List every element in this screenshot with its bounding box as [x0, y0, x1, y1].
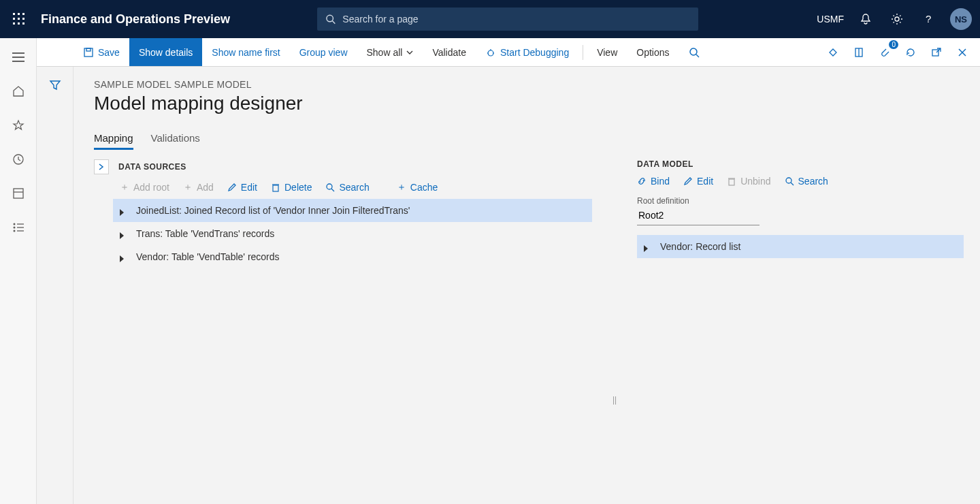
global-search: [317, 7, 698, 31]
plus-icon: ＋: [120, 181, 129, 193]
attachments-badge: 0: [889, 40, 898, 49]
show-details-button[interactable]: Show details: [129, 38, 202, 66]
show-name-first-button[interactable]: Show name first: [202, 38, 289, 66]
company-code[interactable]: USMF: [817, 14, 844, 25]
bell-icon[interactable]: [856, 10, 875, 29]
data-model-toolbar: Bind Edit Unbind Search: [637, 176, 964, 187]
svg-point-27: [488, 50, 493, 56]
recent-icon[interactable]: [7, 148, 29, 170]
filter-icon[interactable]: [49, 79, 61, 91]
options-menu[interactable]: Options: [627, 38, 679, 66]
bug-icon: [485, 47, 496, 58]
svg-point-31: [690, 48, 697, 55]
breadcrumb: SAMPLE MODEL SAMPLE MODEL: [94, 79, 964, 90]
book-icon[interactable]: [849, 43, 868, 62]
help-icon[interactable]: ?: [919, 10, 938, 29]
group-view-button[interactable]: Group view: [290, 38, 357, 66]
delete-button[interactable]: Delete: [271, 182, 312, 193]
svg-rect-5: [22, 18, 24, 20]
pencil-icon: [227, 183, 237, 192]
add-root-button: ＋ Add root: [120, 181, 169, 193]
validate-button[interactable]: Validate: [423, 38, 476, 66]
search-box[interactable]: [317, 7, 698, 31]
attachments-icon[interactable]: 0: [875, 43, 894, 62]
trash-icon: [727, 176, 736, 186]
tree-row[interactable]: Vendor: Record list: [637, 235, 964, 258]
add-label: Add: [197, 182, 214, 193]
svg-rect-42: [729, 179, 734, 185]
svg-rect-17: [14, 189, 23, 198]
avatar[interactable]: NS: [950, 8, 972, 30]
group-view-label: Group view: [299, 47, 348, 58]
refresh-icon[interactable]: [901, 43, 920, 62]
caret-icon[interactable]: [120, 253, 127, 260]
tree-row[interactable]: Trans: Table 'VendTrans' records: [113, 222, 592, 245]
hamburger-icon[interactable]: [7, 46, 29, 68]
chevron-down-icon: [406, 50, 413, 54]
tree-row[interactable]: Vendor: Table 'VendTable' records: [113, 245, 592, 268]
content: SAMPLE MODEL SAMPLE MODEL Model mapping …: [74, 67, 980, 504]
home-icon[interactable]: [7, 80, 29, 102]
start-debugging-button[interactable]: Start Debugging: [476, 38, 578, 66]
page-title: Model mapping designer: [94, 93, 964, 114]
svg-rect-26: [86, 48, 91, 51]
start-debugging-label: Start Debugging: [500, 47, 569, 58]
link-icon: [637, 176, 647, 186]
caret-icon[interactable]: [120, 207, 127, 214]
svg-point-44: [786, 178, 791, 183]
search-icon: [325, 14, 336, 25]
save-button[interactable]: Save: [74, 38, 129, 66]
validate-label: Validate: [432, 47, 466, 58]
cache-label: Cache: [410, 182, 438, 193]
view-label: View: [597, 47, 617, 58]
search-input[interactable]: [342, 14, 690, 25]
app-launcher-icon[interactable]: [8, 8, 30, 30]
svg-point-40: [327, 184, 332, 189]
app-title: Finance and Operations Preview: [41, 12, 230, 27]
svg-point-23: [13, 230, 15, 232]
svg-point-19: [13, 223, 15, 225]
caret-icon[interactable]: [120, 230, 127, 237]
plus-icon: ＋: [397, 181, 406, 193]
dm-edit-label: Edit: [697, 176, 713, 187]
show-name-first-label: Show name first: [212, 47, 280, 58]
dm-search-button[interactable]: Search: [785, 176, 828, 187]
svg-rect-6: [13, 22, 15, 25]
dm-edit-button[interactable]: Edit: [683, 176, 713, 187]
edit-label: Edit: [241, 182, 257, 193]
top-right: USMF ? NS: [817, 8, 972, 30]
modules-icon[interactable]: [7, 217, 29, 238]
popout-icon[interactable]: [927, 43, 946, 62]
tab-mapping[interactable]: Mapping: [94, 132, 133, 150]
close-icon[interactable]: [953, 43, 972, 62]
workspaces-icon[interactable]: [7, 183, 29, 204]
bind-button[interactable]: Bind: [637, 176, 670, 187]
ds-search-button[interactable]: Search: [325, 182, 369, 193]
svg-point-21: [13, 227, 15, 229]
search-icon: [689, 47, 700, 58]
root-definition-value[interactable]: Root2: [637, 206, 760, 225]
view-menu[interactable]: View: [587, 38, 627, 66]
data-model-panel: DATA MODEL Bind Edit Unbind Search: [637, 159, 964, 504]
tree-row[interactable]: JoinedList: Joined Record list of 'Vendo…: [113, 199, 592, 222]
panels: DATA SOURCES ＋ Add root ＋ Add Edit Delet: [94, 159, 964, 504]
svg-rect-3: [13, 18, 15, 20]
expand-data-source-types[interactable]: [94, 159, 109, 174]
svg-rect-4: [18, 18, 20, 20]
svg-rect-2: [22, 13, 24, 15]
show-all-dropdown[interactable]: Show all: [357, 38, 423, 66]
link-icon[interactable]: [823, 43, 843, 62]
edit-button[interactable]: Edit: [227, 182, 257, 193]
tab-validations[interactable]: Validations: [151, 132, 200, 150]
splitter[interactable]: ||: [612, 296, 617, 504]
svg-point-9: [327, 15, 333, 22]
svg-rect-1: [18, 13, 20, 15]
svg-line-32: [696, 54, 699, 57]
svg-text:?: ?: [926, 13, 931, 25]
favorites-icon[interactable]: [7, 114, 29, 136]
find-button[interactable]: [679, 38, 709, 66]
cache-button[interactable]: ＋ Cache: [397, 181, 438, 193]
gear-icon[interactable]: [887, 10, 906, 29]
caret-icon[interactable]: [644, 243, 651, 250]
svg-rect-38: [273, 185, 278, 191]
